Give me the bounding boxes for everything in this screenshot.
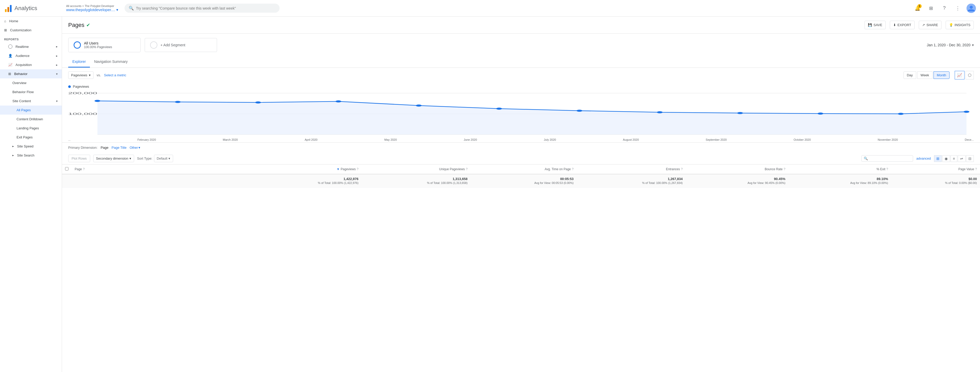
line-chart-button[interactable]: 📈: [955, 71, 964, 80]
sidebar-item-overview[interactable]: Overview: [0, 78, 62, 88]
tabs-row: Explorer Navigation Summary: [62, 56, 980, 68]
logo-area: Analytics: [4, 4, 66, 13]
save-button[interactable]: 💾 SAVE: [864, 21, 886, 29]
page-value-column-header[interactable]: Page Value ?: [891, 164, 980, 174]
select-metric-link[interactable]: Select a metric: [104, 73, 126, 77]
time-btn-week[interactable]: Week: [917, 72, 932, 79]
apps-button[interactable]: ⊞: [926, 4, 935, 13]
select-all-header[interactable]: [62, 164, 72, 174]
sidebar-item-behavior[interactable]: ⊞ Behavior ▾: [0, 69, 62, 78]
sidebar-item-content-drilldown[interactable]: Content Drilldown: [0, 115, 62, 124]
pageviews-column-header[interactable]: ▼ Pageviews ?: [253, 164, 361, 174]
chart-area: Pageviews 200,000 100,000: [62, 83, 980, 142]
unique-pageviews-info-icon: ?: [466, 168, 468, 171]
pivot-view-button[interactable]: ⊟: [966, 155, 974, 162]
segment-name: All Users: [84, 41, 112, 45]
search-bar[interactable]: 🔍: [124, 4, 280, 13]
sidebar-item-acquisition[interactable]: 📈 Acquisition ▸: [0, 60, 62, 69]
sidebar-label-realtime: Realtime: [16, 45, 29, 49]
pie-chart-button[interactable]: ⬡: [966, 71, 974, 80]
data-table: Page ? ▼ Pageviews ?: [62, 164, 980, 188]
page-value-info-icon: ?: [975, 168, 977, 171]
svg-rect-2: [10, 5, 11, 12]
sidebar: ⌂ Home ⊞ Customization REPORTS Realtime …: [0, 16, 62, 372]
sidebar-item-customization[interactable]: ⊞ Customization: [0, 26, 62, 35]
share-button[interactable]: ↗ SHARE: [919, 21, 942, 29]
more-button[interactable]: ⋮: [953, 4, 963, 13]
table-controls: Plot Rows Secondary dimension ▾ Sort Typ…: [62, 153, 980, 164]
sidebar-item-landing-pages[interactable]: Landing Pages: [0, 124, 62, 133]
secondary-dimension-dropdown[interactable]: Secondary dimension ▾: [93, 155, 134, 162]
sidebar-item-site-content[interactable]: Site Content ▾: [0, 96, 62, 105]
export-button[interactable]: ⬇ EXPORT: [890, 21, 915, 29]
sidebar-item-all-pages[interactable]: All Pages: [0, 105, 62, 115]
metric-label: Pageviews: [71, 73, 88, 77]
advanced-link[interactable]: advanced: [916, 156, 931, 160]
search-icon: 🔍: [129, 6, 134, 11]
unique-pageviews-column-header[interactable]: Unique Pageviews ?: [361, 164, 471, 174]
account-breadcrumb: All accounts > The Polyglot Developer: [66, 5, 118, 8]
sidebar-label-content-drilldown: Content Drilldown: [16, 117, 43, 121]
sidebar-item-realtime[interactable]: Realtime ▸: [0, 42, 62, 51]
grid-view-button[interactable]: ⊞: [934, 155, 942, 162]
insights-button[interactable]: 💡 INSIGHTS: [946, 21, 974, 29]
list-view-button[interactable]: ≡: [951, 155, 957, 162]
totals-checkbox-cell: [62, 174, 72, 188]
dim-page-title[interactable]: Page Title: [111, 146, 127, 150]
svg-rect-0: [5, 9, 6, 12]
expand-icon-behavior: ▾: [56, 72, 57, 76]
expand-icon: ▸: [56, 45, 57, 48]
time-btn-month[interactable]: Month: [934, 72, 950, 79]
sidebar-item-audience[interactable]: 👤 Audience ▸: [0, 51, 62, 60]
main-content: Pages ✔ 💾 SAVE ⬇ EXPORT ↗ SHARE 💡: [62, 16, 980, 372]
sidebar-label-overview: Overview: [13, 81, 26, 85]
time-btn-day[interactable]: Day: [904, 72, 916, 79]
page-info-icon: ?: [83, 168, 85, 171]
date-range-picker[interactable]: Jan 1, 2020 - Dec 30, 2020 ▾: [927, 43, 974, 47]
top-header: Analytics All accounts > The Polyglot De…: [0, 0, 980, 16]
sidebar-item-site-speed[interactable]: ▸ Site Speed: [0, 142, 62, 151]
totals-unique-pageviews-cell: 1,313,658 % of Total: 100.00% (1,313,658…: [361, 174, 471, 188]
sort-type-row: Sort Type: Default ▾: [137, 155, 173, 162]
circle-view-button[interactable]: ◉: [942, 155, 950, 162]
sidebar-item-behavior-flow[interactable]: Behavior Flow: [0, 88, 62, 96]
svg-point-16: [576, 110, 582, 112]
avg-time-column-header[interactable]: Avg. Time on Page ?: [471, 164, 577, 174]
sidebar-item-exit-pages[interactable]: Exit Pages: [0, 133, 62, 142]
account-info: All accounts > The Polyglot Developer ww…: [66, 5, 118, 12]
dim-other[interactable]: Other ▾: [130, 146, 140, 150]
tab-navigation-summary[interactable]: Navigation Summary: [90, 56, 132, 67]
compare-view-button[interactable]: ⇌: [958, 155, 966, 162]
user-avatar[interactable]: [967, 4, 976, 13]
select-all-checkbox[interactable]: [65, 167, 68, 171]
sidebar-item-site-search[interactable]: ▸ Site Search: [0, 151, 62, 160]
sidebar-label-audience: Audience: [16, 54, 29, 58]
entrances-column-header[interactable]: Entrances ?: [577, 164, 686, 174]
expand-icon-site-content: ▾: [56, 99, 57, 103]
sort-dropdown[interactable]: Default ▾: [154, 155, 173, 162]
metric-dropdown[interactable]: Pageviews ▾: [68, 72, 94, 79]
vs-text: vs.: [97, 73, 101, 77]
audience-icon: 👤: [8, 54, 13, 58]
table-search-input[interactable]: [869, 156, 911, 160]
notification-button[interactable]: 🔔 1: [913, 4, 922, 13]
svg-point-4: [970, 6, 973, 9]
time-buttons: Day Week Month: [904, 72, 950, 79]
expand-icon-acquisition: ▸: [56, 63, 57, 67]
bounce-rate-column-header[interactable]: Bounce Rate ?: [686, 164, 788, 174]
page-column-header[interactable]: Page ?: [72, 164, 253, 174]
tab-explorer[interactable]: Explorer: [68, 56, 90, 67]
svg-text:200,000: 200,000: [68, 92, 97, 95]
account-url-selector[interactable]: www.thepolyglotdeveloper.... ▾: [66, 8, 118, 12]
sidebar-label-exit-pages: Exit Pages: [16, 135, 33, 139]
pct-exit-column-header[interactable]: % Exit ?: [789, 164, 891, 174]
page-title-area: Pages ✔: [68, 22, 90, 29]
sidebar-label-site-search: Site Search: [17, 153, 34, 157]
sidebar-label-behavior: Behavior: [14, 72, 27, 76]
add-segment-card[interactable]: + Add Segment: [145, 38, 217, 52]
help-button[interactable]: ?: [940, 4, 949, 13]
table-search[interactable]: 🔍: [861, 155, 913, 162]
sidebar-item-home[interactable]: ⌂ Home: [0, 16, 62, 26]
search-input[interactable]: [136, 6, 275, 10]
legend-label: Pageviews: [73, 85, 89, 88]
